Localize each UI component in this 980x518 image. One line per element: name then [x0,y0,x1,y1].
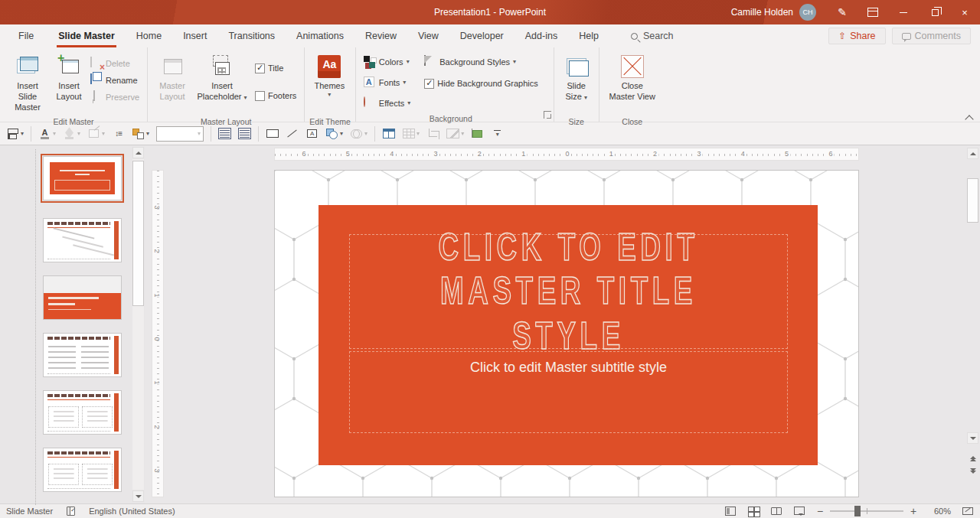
slide-size-icon [565,55,588,78]
insert-placeholder-button[interactable]: Insert Placeholder ▾ [192,52,252,115]
master-layout-button[interactable]: Master Layout [152,52,192,115]
thumbnail-two-column-list-layout[interactable] [43,333,122,377]
shape-outline-icon[interactable]: ▾ [87,128,105,139]
delete-button[interactable]: Delete [87,55,142,72]
outline-level-icon[interactable]: ▾ [6,128,24,139]
normal-view-icon[interactable] [724,506,737,516]
tab-transitions[interactable]: Transitions [217,24,286,47]
thumbnail-two-content-layout[interactable] [43,390,122,435]
fonts-button[interactable]: A Fonts ▾ [361,74,413,91]
language-label[interactable]: English (United States) [89,507,175,516]
rectangle-icon[interactable] [266,128,279,139]
slide-master-editing-area[interactable]: CLICK TO EDIT MASTER TITLE STYLE Click t… [274,170,859,497]
tab-animations[interactable]: Animations [286,24,354,47]
colors-button[interactable]: Colors ▾ [361,54,413,70]
zoom-in-button[interactable]: + [910,506,917,516]
effects-button[interactable]: Effects ▾ [361,95,413,112]
scrollbar-thumb[interactable] [132,161,144,306]
line-icon[interactable] [286,128,299,139]
text-box-icon[interactable] [305,128,318,139]
thumbnail-title-slide-layout[interactable] [43,156,122,200]
shapes-icon[interactable]: ▾ [325,128,343,139]
distribute-rows-icon[interactable] [218,128,231,139]
preserve-button[interactable]: Preserve [87,89,142,106]
draw-table-icon[interactable] [382,128,395,139]
rename-button[interactable]: Rename [87,72,142,89]
share-button[interactable]: ⇧ Share [828,28,885,44]
tab-insert[interactable]: Insert [172,24,217,47]
shape-fill-icon[interactable]: ▾ [63,128,80,139]
master-subtitle-text[interactable]: Click to edit Master subtitle style [470,360,667,432]
close-master-view-button[interactable]: Close Master View [604,52,661,115]
thumbnail-section-header-layout[interactable] [43,275,122,320]
vertical-ruler[interactable]: 3210123 [152,170,164,497]
title-slide-background-shape[interactable]: CLICK TO EDIT MASTER TITLE STYLE Click t… [318,205,818,465]
thumbnail-title-and-content-layout[interactable] [43,218,122,262]
comments-button[interactable]: Comments [892,28,971,44]
crop-icon[interactable] [426,128,439,139]
insert-slide-master-button[interactable]: Insert Slide Master [5,52,51,115]
tab-slide-master[interactable]: Slide Master [47,24,126,47]
ribbon-display-options-icon[interactable] [858,0,888,24]
tab-developer[interactable]: Developer [449,24,514,47]
scroll-down-icon[interactable] [967,432,978,444]
ink-pen-icon[interactable]: ✎ [827,0,858,24]
search-box[interactable]: Search [631,31,674,41]
font-color-icon[interactable]: A▾ [38,128,56,139]
tab-view[interactable]: View [407,24,449,47]
tab-file[interactable]: File [5,24,47,47]
slide-sorter-icon[interactable] [747,506,760,516]
scroll-down-icon[interactable] [132,490,144,502]
previous-slide-icon[interactable] [967,451,978,462]
toolbar-overflow-icon[interactable]: ▾ [491,128,504,139]
hide-background-graphics-checkbox[interactable]: Hide Background Graphics [421,75,541,92]
reading-view-icon[interactable] [770,506,782,516]
restore-button[interactable] [919,0,949,24]
insert-layout-button[interactable]: Insert Layout [51,52,87,115]
background-dialog-launcher-icon[interactable] [544,111,551,119]
avatar[interactable]: CH [799,4,816,21]
zoom-slider[interactable] [830,510,903,512]
scrollbar-thumb[interactable] [967,178,978,223]
zoom-out-button[interactable]: − [816,506,824,516]
next-slide-icon[interactable] [967,467,978,477]
title-checkbox-box[interactable] [255,64,265,73]
collapse-ribbon-icon[interactable] [965,114,974,120]
group-edit-theme: Aa Themes ▾ Edit Theme [304,47,355,122]
zoom-slider-thumb[interactable] [854,506,861,516]
arrange-icon[interactable]: ▾ [132,128,149,139]
master-subtitle-placeholder[interactable]: Click to edit Master subtitle style [349,351,788,433]
merge-shapes-icon[interactable]: ▾ [350,128,368,139]
footers-checkbox[interactable]: Footers [252,87,299,104]
tab-review[interactable]: Review [354,24,407,47]
line-spacing-icon[interactable]: ↕≡ [112,128,125,139]
title-checkbox[interactable]: Title [252,60,299,77]
thumbnail-comparison-layout[interactable] [43,448,122,492]
master-title-text[interactable]: CLICK TO EDIT MASTER TITLE STYLE [394,226,743,358]
background-styles-button[interactable]: Background Styles ▾ [421,54,541,70]
close-button[interactable]: × [949,0,980,24]
master-title-placeholder[interactable]: CLICK TO EDIT MASTER TITLE STYLE [349,234,788,349]
thumbnail-scrollbar[interactable] [132,147,144,502]
table-icon[interactable]: ▾ [402,128,420,139]
zoom-level[interactable]: 60% [928,507,951,516]
flag-icon[interactable] [471,128,484,139]
picture-icon[interactable]: ▾ [446,128,464,139]
tab-add-ins[interactable]: Add-ins [514,24,568,47]
scroll-up-icon[interactable] [132,147,144,158]
minimize-button[interactable] [888,0,919,24]
scroll-up-icon[interactable] [967,148,978,159]
tab-help[interactable]: Help [568,24,609,47]
slideshow-icon[interactable] [793,506,805,516]
fit-slide-to-window-icon[interactable] [962,506,974,516]
tab-home[interactable]: Home [126,24,172,47]
proofing-icon[interactable] [67,507,75,516]
hide-background-graphics-box[interactable] [424,79,434,89]
footers-checkbox-box[interactable] [255,91,265,101]
slide-size-button[interactable]: Slide Size ▾ [559,52,594,115]
user-name[interactable]: Camille Holden [731,7,793,18]
themes-button[interactable]: Aa Themes ▾ [309,52,349,115]
horizontal-ruler[interactable]: 6543210123456 [274,148,859,161]
distribute-rows-alt-icon[interactable] [238,128,251,139]
canvas-scrollbar[interactable] [967,148,978,497]
